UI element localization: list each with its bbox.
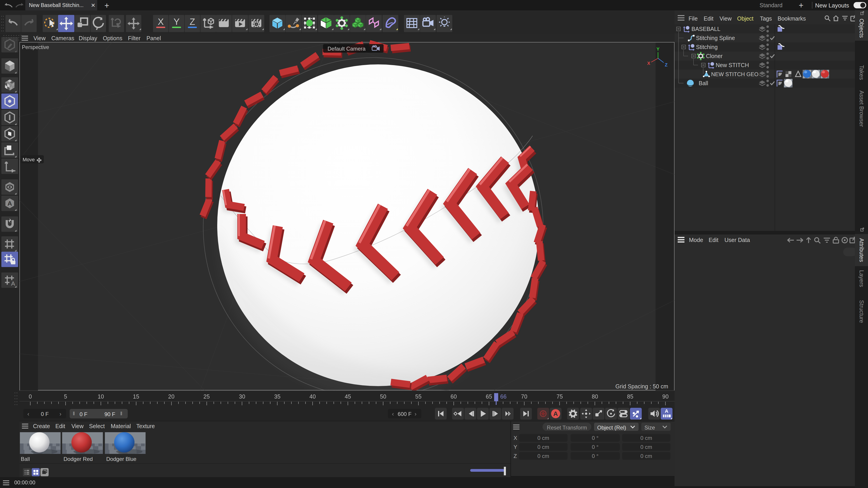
svg-text:65: 65 <box>486 393 492 400</box>
svg-text:0: 0 <box>29 393 32 400</box>
svg-text:20: 20 <box>168 393 175 400</box>
svg-text:New STITCH: New STITCH <box>716 62 749 68</box>
svg-text:85: 85 <box>627 393 633 400</box>
svg-text:45: 45 <box>345 393 351 400</box>
svg-text:X: X <box>647 61 650 66</box>
svg-text:Stitching: Stitching <box>696 44 718 50</box>
svg-text:A: A <box>11 280 15 287</box>
svg-text:Y: Y <box>174 17 180 27</box>
svg-text:A: A <box>7 200 12 207</box>
svg-text:Perspective: Perspective <box>22 44 49 50</box>
svg-text:70: 70 <box>521 393 527 400</box>
svg-text:A: A <box>553 410 558 417</box>
svg-text:Z: Z <box>190 17 195 27</box>
svg-text:Stitching Spline: Stitching Spline <box>696 35 735 41</box>
svg-text:Y: Y <box>656 46 659 52</box>
svg-text:A: A <box>665 408 669 414</box>
svg-text:X: X <box>158 17 164 27</box>
svg-text:75: 75 <box>557 393 563 400</box>
svg-text:10: 10 <box>98 393 104 400</box>
svg-text:60: 60 <box>451 393 457 400</box>
svg-text:BASEBALL: BASEBALL <box>691 26 720 32</box>
svg-text:Ball: Ball <box>699 80 708 86</box>
svg-text:15: 15 <box>133 393 139 400</box>
svg-text:55: 55 <box>415 393 422 400</box>
svg-text:35: 35 <box>274 393 281 400</box>
svg-text:NEW STITCH GEO: NEW STITCH GEO <box>711 71 758 77</box>
svg-text:Cloner: Cloner <box>706 53 723 59</box>
svg-text:66: 66 <box>500 393 506 400</box>
svg-text:90: 90 <box>662 393 669 400</box>
svg-text:Z: Z <box>665 62 668 67</box>
svg-text:40: 40 <box>309 393 316 400</box>
svg-text:5: 5 <box>64 393 67 400</box>
svg-text:80: 80 <box>592 393 598 400</box>
svg-text:30: 30 <box>239 393 245 400</box>
svg-text:50: 50 <box>380 393 386 400</box>
svg-text:25: 25 <box>204 393 210 400</box>
